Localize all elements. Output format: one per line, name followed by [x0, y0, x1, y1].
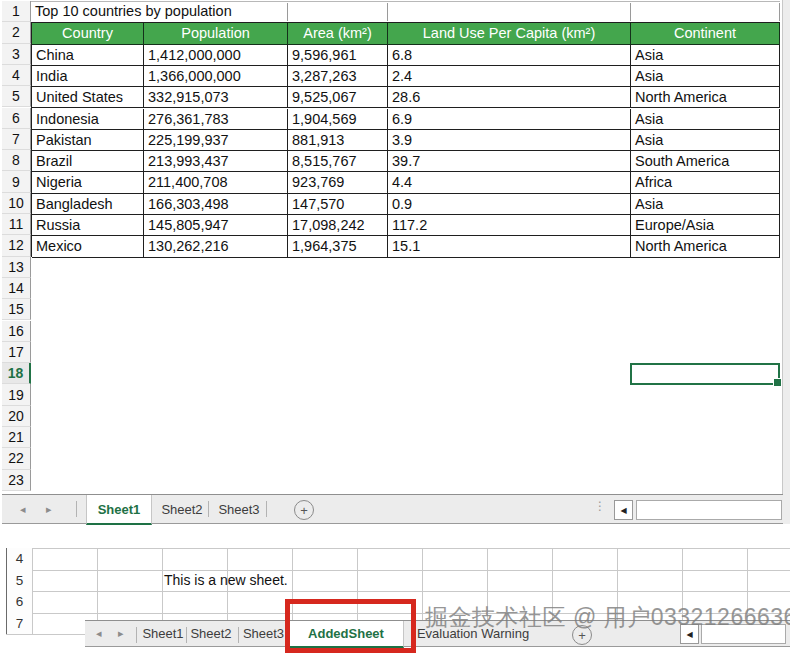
cell[interactable]: 3.9 [388, 130, 631, 151]
cell[interactable]: 0.9 [388, 194, 631, 215]
vertical-scrollbar-strip[interactable] [782, 0, 790, 524]
sheet-tab-sheet1[interactable]: Sheet1 [140, 621, 186, 646]
column-header-cell[interactable]: Continent [631, 23, 780, 44]
cell[interactable]: 17,098,242 [288, 215, 388, 236]
row-header[interactable]: 4 [7, 548, 32, 570]
sheet-tab-sheet1[interactable]: Sheet1 [86, 495, 152, 525]
row-header[interactable]: 10 [2, 193, 31, 214]
tab-scroll-right-icon[interactable]: ▸ [118, 621, 124, 646]
cell-text[interactable]: This is a new sheet. [164, 570, 288, 591]
cell[interactable]: 4.4 [388, 172, 631, 193]
cell[interactable]: China [32, 45, 144, 66]
row-header[interactable]: 9 [2, 171, 31, 192]
column-header-cell[interactable]: Area (km²) [288, 23, 388, 44]
sheet-tab-sheet2[interactable]: Sheet2 [188, 621, 234, 646]
row-header[interactable]: 20 [2, 406, 31, 427]
cell[interactable]: 276,361,783 [144, 109, 288, 130]
row-header[interactable]: 5 [7, 570, 32, 592]
cell[interactable]: 211,400,708 [144, 172, 288, 193]
tab-splitter-icon[interactable]: ⋮ [594, 502, 606, 511]
row-header[interactable]: 22 [2, 448, 31, 469]
new-sheet-button[interactable]: + [294, 500, 314, 520]
cell[interactable]: Nigeria [32, 172, 144, 193]
row-header[interactable]: 6 [2, 108, 31, 129]
title-cell[interactable]: Top 10 countries by population [31, 1, 331, 22]
selected-cell[interactable] [630, 363, 780, 385]
cell[interactable]: 1,904,569 [288, 109, 388, 130]
cell[interactable]: 1,412,000,000 [144, 45, 288, 66]
cell[interactable]: 15.1 [388, 236, 631, 257]
row-header[interactable]: 11 [2, 214, 31, 235]
row-header[interactable]: 7 [2, 129, 31, 150]
cell[interactable]: Bangladesh [32, 194, 144, 215]
cell[interactable]: Mexico [32, 236, 144, 257]
sheet-tab-sheet3[interactable]: Sheet3 [212, 495, 266, 523]
tab-scroll-right-icon[interactable]: ▸ [46, 495, 52, 523]
row-header[interactable]: 5 [2, 86, 31, 107]
cell[interactable]: 28.6 [388, 87, 631, 108]
row-header[interactable]: 4 [2, 65, 31, 86]
cell[interactable]: South America [631, 151, 780, 172]
cell[interactable]: Asia [631, 109, 780, 130]
cell[interactable]: 8,515,767 [288, 151, 388, 172]
cell[interactable]: 117.2 [388, 215, 631, 236]
row-header[interactable]: 13 [2, 257, 31, 278]
cell[interactable]: 9,596,961 [288, 45, 388, 66]
cell[interactable]: 332,915,073 [144, 87, 288, 108]
row-header[interactable]: 15 [2, 299, 31, 320]
cell[interactable]: Asia [631, 194, 780, 215]
cell[interactable]: 881,913 [288, 130, 388, 151]
row-header[interactable]: 8 [2, 150, 31, 171]
cell[interactable]: Asia [631, 45, 780, 66]
cell[interactable]: 3,287,263 [288, 66, 388, 87]
cell[interactable]: 1,964,375 [288, 236, 388, 257]
cell[interactable]: North America [631, 236, 780, 257]
tab-scroll-left-icon[interactable]: ◂ [96, 621, 102, 646]
cell[interactable]: Europe/Asia [631, 215, 780, 236]
hscroll-left-button[interactable]: ◀ [614, 500, 633, 520]
cell[interactable]: Indonesia [32, 109, 144, 130]
cell[interactable]: 1,366,000,000 [144, 66, 288, 87]
tab-scroll-left-icon[interactable]: ◂ [20, 495, 26, 523]
row-header[interactable]: 3 [2, 44, 31, 65]
row-header[interactable]: 6 [7, 591, 32, 613]
cell[interactable]: 9,525,067 [288, 87, 388, 108]
column-header-cell[interactable]: Population [144, 23, 288, 44]
row-header[interactable]: 23 [2, 470, 31, 491]
fill-handle[interactable] [773, 378, 782, 387]
cell[interactable]: United States [32, 87, 144, 108]
cell[interactable]: Brazil [32, 151, 144, 172]
cell[interactable]: 213,993,437 [144, 151, 288, 172]
column-header-cell[interactable]: Land Use Per Capita (km²) [388, 23, 631, 44]
cell[interactable]: North America [631, 87, 780, 108]
row-header[interactable]: 7 [7, 613, 32, 635]
cell[interactable]: Russia [32, 215, 144, 236]
cell[interactable]: Africa [631, 172, 780, 193]
cell[interactable]: 2.4 [388, 66, 631, 87]
cell[interactable]: 6.8 [388, 45, 631, 66]
cell[interactable]: India [32, 66, 144, 87]
cell[interactable]: 39.7 [388, 151, 631, 172]
row-header[interactable]: 16 [2, 321, 31, 342]
hscroll-track[interactable] [636, 500, 782, 520]
row-header[interactable]: 2 [2, 22, 31, 43]
cell[interactable]: 166,303,498 [144, 194, 288, 215]
row-header[interactable]: 19 [2, 384, 31, 405]
row-header[interactable]: 12 [2, 235, 31, 256]
cell[interactable]: 130,262,216 [144, 236, 288, 257]
cell[interactable]: 147,570 [288, 194, 388, 215]
cell[interactable]: Asia [631, 130, 780, 151]
row-header[interactable]: 21 [2, 427, 31, 448]
row-header[interactable]: 1 [2, 1, 31, 22]
cell[interactable]: 145,805,947 [144, 215, 288, 236]
cell[interactable]: 225,199,937 [144, 130, 288, 151]
row-header[interactable]: 17 [2, 342, 31, 363]
cell[interactable]: 923,769 [288, 172, 388, 193]
cell[interactable]: Asia [631, 66, 780, 87]
row-header[interactable]: 14 [2, 278, 31, 299]
cell[interactable]: 6.9 [388, 109, 631, 130]
sheet-tab-sheet2[interactable]: Sheet2 [154, 495, 210, 523]
column-header-cell[interactable]: Country [32, 23, 144, 44]
row-header[interactable]: 18 [2, 363, 31, 384]
sheet-tab-sheet3[interactable]: Sheet3 [240, 621, 287, 646]
